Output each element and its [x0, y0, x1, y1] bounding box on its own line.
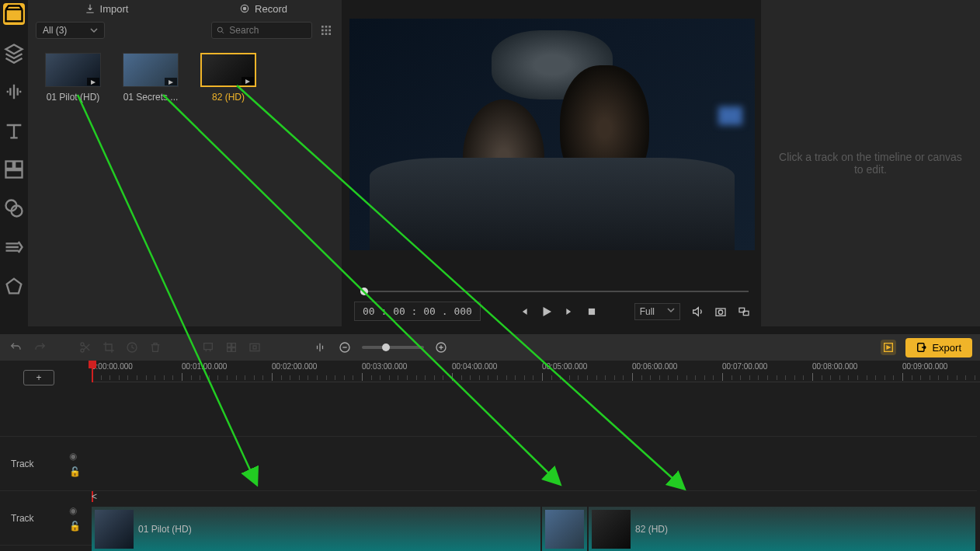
svg-rect-29 [232, 348, 236, 352]
media-thumb-1[interactable]: ▸ 01 Secrets ... [120, 53, 182, 103]
redo-button[interactable] [33, 340, 48, 355]
export-label: Export [932, 342, 961, 354]
thumb-label: 82 (HD) [197, 92, 259, 103]
media-filter-dropdown[interactable]: All (3) [36, 22, 105, 39]
ruler-tick: 00:04:00.000 [452, 362, 497, 371]
fit-label: Full [640, 306, 655, 317]
ruler-tick: 00:02:00.000 [272, 362, 317, 371]
track-row-1[interactable] [92, 437, 977, 491]
marker-button[interactable] [200, 340, 216, 355]
top-tabs: Import Record [28, 0, 342, 17]
left-sidebar [0, 0, 28, 326]
render-preview-button[interactable] [881, 340, 896, 355]
export-icon [916, 342, 927, 353]
import-tab[interactable]: Import [28, 0, 185, 17]
svg-point-23 [81, 349, 84, 352]
filters-icon[interactable] [3, 197, 25, 219]
clip-thumb [545, 510, 584, 549]
ruler-tick: 00:05:00.000 [542, 362, 587, 371]
svg-rect-28 [228, 348, 231, 352]
prev-frame-button[interactable] [518, 306, 529, 317]
mosaic-button[interactable] [224, 340, 239, 355]
zoom-handle[interactable] [382, 344, 390, 351]
ruler-tick: 00:09:00.000 [902, 362, 947, 371]
layers-icon[interactable] [3, 42, 25, 64]
zoom-out-button[interactable] [337, 340, 353, 355]
timeline-clip-1[interactable] [542, 507, 587, 551]
track-header-2[interactable]: Track ◉🔓 [0, 491, 92, 546]
volume-icon[interactable] [691, 305, 704, 318]
record-tab[interactable]: Record [185, 0, 342, 17]
visibility-icon[interactable]: ◉ [69, 505, 81, 516]
svg-rect-1 [15, 162, 22, 169]
preview-scene [349, 19, 755, 250]
timeline-toolbar: Export [0, 334, 980, 361]
clip-label: 01 Pilot (HD) [138, 524, 192, 535]
templates-icon[interactable] [3, 159, 25, 180]
record-label: Record [255, 3, 287, 15]
inspector-hint: Click a track on the timeline or canvas … [777, 151, 964, 176]
inspector-panel: Click a track on the timeline or canvas … [761, 0, 980, 326]
search-icon [217, 26, 224, 35]
timecode-display: 00 : 00 : 00 . 000 [354, 302, 481, 321]
scrub-bar[interactable] [349, 286, 755, 295]
video-badge-icon: ▸ [165, 78, 177, 85]
search-box[interactable] [211, 22, 312, 39]
grid-view-icon[interactable] [318, 23, 334, 38]
track-row-2[interactable]: 01 Pilot (HD) 82 (HD) [92, 502, 977, 551]
search-input[interactable] [229, 25, 307, 36]
export-button[interactable]: Export [905, 338, 972, 357]
media-thumb-0[interactable]: ▸ 01 Pilot (HD) [42, 53, 104, 103]
ruler-tick: 00:03:00.000 [362, 362, 407, 371]
track-row-empty[interactable] [92, 382, 977, 437]
ruler-tick: 00:08:00.000 [812, 362, 857, 371]
crop-button[interactable] [101, 340, 116, 355]
scrub-handle[interactable] [360, 288, 368, 295]
zoom-in-button[interactable] [433, 340, 449, 355]
snap-toggle[interactable] [312, 340, 328, 355]
svg-rect-10 [328, 26, 331, 28]
text-icon[interactable] [3, 120, 25, 141]
svg-rect-11 [321, 30, 324, 32]
preview-canvas[interactable] [349, 19, 755, 250]
timeline-clip-2[interactable]: 82 (HD) [589, 507, 975, 551]
lock-icon[interactable]: 🔓 [69, 466, 81, 477]
filter-label: All (3) [43, 25, 67, 36]
media-panel: All (3) ▸ 01 Pilot (HD) ▸ 01 Secrets ...… [28, 17, 342, 326]
transitions-icon[interactable] [3, 236, 25, 258]
svg-rect-15 [325, 33, 328, 35]
lock-icon[interactable]: 🔓 [69, 521, 81, 532]
ruler-tick: 00:07:00.000 [722, 362, 767, 371]
delete-button[interactable] [148, 340, 163, 355]
ruler-tick: 00:06:00.000 [632, 362, 677, 371]
clip-thumb [592, 510, 631, 549]
track-header-1[interactable]: Track ◉🔓 [0, 437, 92, 491]
svg-rect-30 [250, 344, 259, 350]
timeline-ruler[interactable]: 0:00:00.00000:01:00.00000:02:00.00000:03… [92, 361, 980, 382]
freeze-button[interactable] [247, 340, 262, 355]
snapshot-icon[interactable] [714, 305, 727, 318]
audio-icon[interactable] [3, 81, 25, 103]
clip-thumb [95, 510, 134, 549]
play-button[interactable] [540, 305, 554, 319]
stickers-icon[interactable] [3, 275, 25, 297]
fullscreen-icon[interactable] [738, 305, 750, 318]
media-thumb-2[interactable]: ▸ 82 (HD) [197, 53, 259, 103]
track-header-empty [0, 382, 92, 437]
visibility-icon[interactable]: ◉ [69, 451, 81, 462]
split-button[interactable] [78, 340, 93, 355]
svg-point-6 [243, 7, 246, 10]
svg-point-7 [217, 27, 222, 32]
next-frame-button[interactable] [565, 306, 575, 317]
import-label: Import [100, 3, 129, 15]
fit-dropdown[interactable]: Full [634, 303, 680, 320]
zoom-slider[interactable] [362, 346, 424, 349]
timeline-clip-0[interactable]: 01 Pilot (HD) [92, 507, 540, 551]
undo-button[interactable] [8, 340, 23, 355]
speed-button[interactable] [124, 340, 140, 355]
video-badge-icon: ▸ [242, 77, 254, 85]
stop-button[interactable] [586, 306, 597, 317]
ruler-tick: 0:00:00.000 [92, 362, 133, 371]
media-library-icon[interactable] [3, 3, 25, 25]
svg-rect-8 [321, 26, 324, 28]
